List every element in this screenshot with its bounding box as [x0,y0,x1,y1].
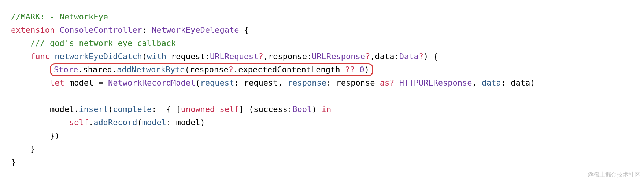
kw-self: self [69,118,89,127]
arg-response-val: : response [326,78,380,87]
closure-close: }) [50,131,60,140]
param-response: ,response: [263,52,312,61]
kw-func: func [30,52,50,61]
type-bool: Bool [292,105,312,114]
param-with: with [147,52,166,61]
arg-model: model [142,118,166,127]
model-dot: model. [50,105,79,114]
arg-data: data [482,78,501,87]
type-urlrequest: URLRequest [210,52,258,61]
param-request: request: [166,52,210,61]
kw-unowned: unowned [181,105,215,114]
open-paren: ( [137,118,142,127]
close-paren: ) [364,65,369,74]
type-consolecontroller: ConsoleController [59,25,142,35]
close-paren: ) [312,105,322,114]
store: Store [54,65,78,74]
addrecord: addRecord [93,118,137,127]
arg-response: response [288,78,326,87]
comment-mark: //MARK: - NetworkEye [11,12,108,21]
addnetworkbyte: addNetworkByte [117,65,185,74]
kw-self: self [215,105,239,114]
closure-open: : { [ [152,105,181,114]
expected-length: .expectedContentLength [233,65,345,74]
zero: 0 [355,65,364,74]
type-httpurlresponse: HTTPURLResponse [394,78,472,87]
brace-close: } [11,157,16,167]
param-data: ,data: [370,52,399,61]
type-data: Data [399,52,419,61]
optional-q: ? [259,52,263,61]
type-networkrecordmodel: NetworkRecordModel [108,78,195,87]
model-eq: model = [64,78,108,87]
arg-request-val: : request, [234,78,288,87]
brace-open: { [239,25,249,35]
arg-request: request [200,78,234,87]
optional-q: ? [229,65,233,74]
kw-as: as? [380,78,395,87]
open-paren: (response [185,65,229,74]
optional-q: ? [419,52,423,61]
kw-let: let [50,78,64,87]
colon: : [142,25,152,35]
shared: .shared. [78,65,117,74]
type-urlresponse: URLResponse [312,52,365,61]
arg-model-tail: : model) [166,118,205,127]
kw-extension: extension [11,25,55,35]
comma: , [472,78,482,87]
optional-q: ? [365,52,370,61]
insert: insert [79,105,108,114]
closure-mid: ] (success: [239,105,293,114]
nil-coalesce: ?? [345,65,355,74]
type-networkeyedelegate: NetworkEyeDelegate [152,25,239,35]
arg-complete: complete [113,105,152,114]
watermark: @稀土掘金技术社区 [588,168,640,181]
code-block: //MARK: - NetworkEye extension ConsoleCo… [0,0,644,169]
open-paren: ( [195,78,200,87]
func-tail: ) { [423,52,438,61]
kw-in: in [322,105,332,114]
doc-comment: /// god's network eye callback [30,39,176,48]
dot: . [89,118,93,127]
highlighted-line: Store.shared.addNetworkByte(response?.ex… [50,63,373,76]
open-paren: ( [108,105,113,114]
brace-close: } [30,144,35,153]
arg-data-val: : data) [501,78,535,87]
func-name: networkEyeDidCatch [55,52,142,61]
